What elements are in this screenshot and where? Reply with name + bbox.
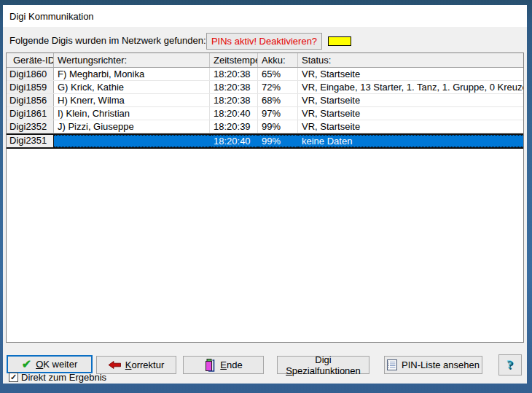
cell-device-id: Digi1861 bbox=[7, 107, 54, 120]
list-document-icon bbox=[387, 359, 397, 370]
table-row[interactable]: Digi1861 I) Klein, Christian 18:20:40 97… bbox=[7, 107, 523, 120]
pin-liste-ansehen-button[interactable]: PIN-Liste ansehen bbox=[384, 356, 482, 374]
dialog-title: Digi Kommunikation bbox=[9, 11, 94, 22]
checkbox-box[interactable]: ✓ bbox=[9, 373, 18, 382]
cell-timestamp: 18:20:38 bbox=[210, 94, 258, 106]
digi-kommunikation-dialog: Digi Kommunikation Folgende Digis wurden… bbox=[3, 5, 527, 384]
table-header-row: Geräte-ID: Wertungsrichter: Zeitstempel:… bbox=[7, 53, 523, 68]
dialog-titlebar: Digi Kommunikation bbox=[3, 5, 527, 27]
table-row[interactable]: Digi1859 G) Krick, Kathie 18:20:38 72% V… bbox=[7, 81, 523, 94]
cell-timestamp: 18:20:40 bbox=[210, 135, 258, 147]
checkbox-label: Direkt zum Ergebnis bbox=[21, 372, 106, 383]
cell-device-id: Digi2351 bbox=[7, 135, 54, 147]
pins-deactivate-label: PINs aktiv! Deaktivieren? bbox=[211, 36, 317, 47]
column-header-geraete-id: Geräte-ID: bbox=[7, 53, 54, 67]
cell-battery: 65% bbox=[258, 68, 298, 80]
cell-timestamp: 18:20:40 bbox=[210, 107, 258, 120]
cell-judge: J) Pizzi, Giuseppe bbox=[54, 120, 210, 133]
pin-liste-label: PIN-Liste ansehen bbox=[402, 359, 480, 370]
ende-button[interactable]: Ende bbox=[183, 356, 264, 374]
direkt-zum-ergebnis-checkbox[interactable]: ✓ Direkt zum Ergebnis bbox=[9, 372, 106, 383]
table-row[interactable]: Digi1856 H) Knerr, Wilma 18:20:38 68% VR… bbox=[7, 94, 523, 107]
red-left-arrow-icon bbox=[109, 361, 121, 369]
question-mark-icon: ? bbox=[507, 358, 514, 373]
device-table: Geräte-ID: Wertungsrichter: Zeitstempel:… bbox=[6, 52, 524, 343]
cell-judge: I) Klein, Christian bbox=[54, 107, 210, 120]
cell-timestamp: 18:20:39 bbox=[210, 120, 258, 133]
app-background: { "window": { "title": "Digi Kommunikati… bbox=[0, 0, 532, 393]
cell-battery: 68% bbox=[258, 94, 298, 106]
cell-timestamp: 18:20:38 bbox=[210, 81, 258, 93]
network-info-label: Folgende Digis wurden im Netzwerk gefund… bbox=[9, 35, 206, 46]
ende-label: Ende bbox=[220, 359, 242, 370]
table-row[interactable]: Digi2352 J) Pizzi, Giuseppe 18:20:39 99%… bbox=[7, 120, 523, 133]
help-button[interactable]: ? bbox=[498, 354, 522, 376]
cell-judge: H) Knerr, Wilma bbox=[54, 94, 210, 106]
table-row[interactable]: Digi1860 F) Megharbi, Monika 18:20:38 65… bbox=[7, 68, 523, 81]
table-row-selected[interactable]: Digi2351 18:20:40 99% keine Daten bbox=[7, 133, 523, 149]
cell-battery: 99% bbox=[258, 135, 298, 147]
cell-judge: F) Megharbi, Monika bbox=[54, 68, 210, 80]
column-header-status: Status: bbox=[298, 53, 523, 67]
column-header-zeitstempel: Zeitstempel: bbox=[210, 53, 258, 67]
cell-judge bbox=[54, 135, 210, 147]
cell-battery: 99% bbox=[258, 120, 298, 133]
column-header-wertungsrichter: Wertungsrichter: bbox=[54, 53, 210, 67]
cell-judge: G) Krick, Kathie bbox=[54, 81, 210, 93]
cell-device-id: Digi2352 bbox=[7, 120, 54, 133]
cell-battery: 72% bbox=[258, 81, 298, 93]
ok-weiter-button[interactable]: ✔ OK weiter bbox=[7, 355, 93, 373]
cell-battery: 97% bbox=[258, 107, 298, 120]
cell-status: VR, Startseite bbox=[298, 68, 523, 80]
cell-status: VR, Startseite bbox=[298, 120, 523, 133]
pins-deactivate-button[interactable]: PINs aktiv! Deaktivieren? bbox=[206, 33, 322, 50]
korrektur-label: Korrektur bbox=[125, 359, 164, 370]
digi-spezialfunktionen-button[interactable]: Digi Spezialfunktionen bbox=[277, 356, 369, 374]
cell-timestamp: 18:20:38 bbox=[210, 68, 258, 80]
cell-status: VR, Startseite bbox=[298, 107, 523, 120]
cell-status: VR, Eingabe, 13 Starter, 1. Tanz, 1. Gru… bbox=[298, 81, 523, 93]
green-check-icon: ✔ bbox=[22, 359, 31, 370]
cell-device-id: Digi1860 bbox=[7, 68, 54, 80]
cell-status: keine Daten bbox=[298, 135, 523, 147]
exit-door-icon bbox=[204, 359, 216, 372]
spezial-label: Digi Spezialfunktionen bbox=[278, 354, 369, 376]
ok-weiter-label: OK weiter bbox=[36, 359, 77, 370]
korrektur-button[interactable]: Korrektur bbox=[96, 356, 176, 374]
pin-status-indicator bbox=[328, 36, 351, 46]
column-header-akku: Akku: bbox=[258, 53, 298, 67]
cell-status: VR, Startseite bbox=[298, 94, 523, 106]
cell-device-id: Digi1856 bbox=[7, 94, 54, 106]
checkbox-check-icon: ✓ bbox=[10, 373, 17, 381]
cell-device-id: Digi1859 bbox=[7, 81, 54, 93]
